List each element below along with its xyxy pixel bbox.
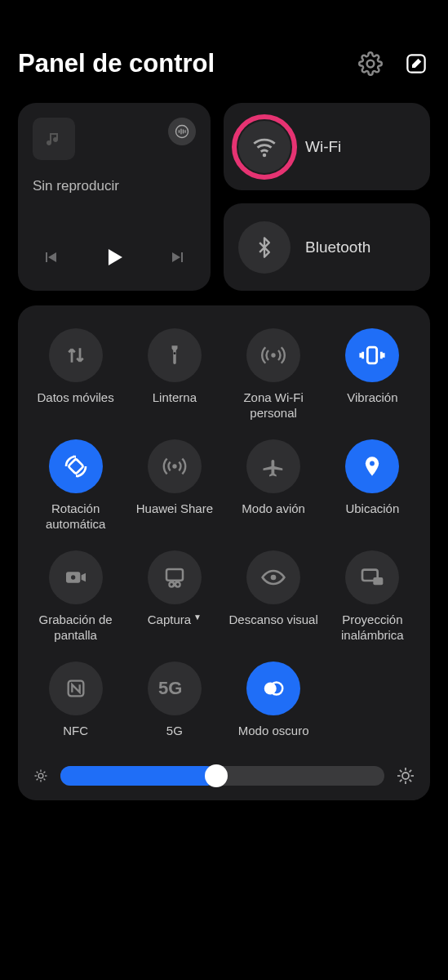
tile-screenshot[interactable]: Captura▼ — [128, 550, 220, 644]
tile-label: Huawei Share — [136, 501, 213, 532]
svg-rect-20 — [374, 577, 384, 585]
tile-label: Datos móviles — [38, 390, 114, 421]
gear-icon — [358, 51, 383, 76]
tile-label: Descanso visual — [229, 612, 318, 644]
tile-huaweishare[interactable]: Huawei Share — [128, 439, 220, 532]
tile-label: Modo avión — [242, 501, 305, 532]
connectivity-column: Wi-Fi Bluetooth — [224, 103, 430, 291]
svg-line-33 — [44, 772, 46, 773]
header-actions — [357, 50, 430, 78]
svg-rect-4 — [183, 130, 184, 134]
svg-point-12 — [370, 461, 375, 466]
bluetooth-label: Bluetooth — [305, 238, 370, 256]
fiveg-icon: 5G — [148, 662, 202, 715]
svg-point-25 — [38, 773, 43, 778]
media-status: Sin reproducir — [33, 178, 196, 194]
svg-line-42 — [410, 770, 412, 773]
screenrec-icon — [49, 550, 103, 604]
tile-label: Linterna — [153, 390, 197, 421]
tile-screenrec[interactable]: Grabación de pantalla — [29, 550, 122, 644]
svg-line-32 — [37, 779, 38, 781]
skip-previous-icon — [41, 247, 60, 267]
brightness-fill — [60, 766, 216, 786]
tile-label: NFC — [63, 724, 88, 755]
settings-button[interactable] — [357, 50, 384, 78]
edit-icon — [404, 51, 428, 76]
edit-button[interactable] — [402, 50, 430, 78]
svg-point-7 — [173, 352, 175, 354]
tile-label: Zona Wi-Fi personal — [228, 390, 320, 421]
media-top — [33, 118, 196, 160]
tile-mobile-data[interactable]: Datos móviles — [29, 328, 122, 421]
hotspot-icon — [246, 328, 300, 382]
tile-autorotate[interactable]: Rotación automática — [29, 439, 122, 532]
svg-line-40 — [410, 780, 412, 782]
tile-label: Ubicación — [345, 501, 399, 532]
brightness-high-icon — [396, 766, 415, 786]
tile-label: Grabación de pantalla — [29, 612, 122, 644]
page-title: Panel de control — [18, 49, 215, 78]
tile-location[interactable]: Ubicación — [326, 439, 419, 532]
brightness-slider[interactable] — [60, 766, 384, 786]
media-card[interactable]: Sin reproducir — [18, 103, 211, 291]
location-icon — [345, 439, 399, 493]
bluetooth-toggle[interactable]: Bluetooth — [224, 203, 430, 291]
tile-cast[interactable]: Proyección inalámbrica — [326, 550, 419, 644]
data-arrows-icon — [49, 328, 103, 382]
media-play-button[interactable] — [100, 243, 128, 271]
brightness-row — [29, 766, 419, 786]
wifi-icon-wrap — [238, 121, 291, 173]
top-row: Sin reproducir — [18, 103, 430, 291]
svg-line-39 — [400, 770, 402, 773]
tile-label: Proyección inalámbrica — [326, 612, 419, 644]
svg-rect-9 — [368, 347, 377, 363]
wifi-toggle[interactable]: Wi-Fi — [224, 103, 430, 190]
chevron-down-icon: ▼ — [193, 612, 202, 623]
svg-point-1 — [176, 126, 189, 138]
tile-vibration[interactable]: Vibración — [326, 328, 419, 421]
vibration-icon — [345, 328, 399, 382]
screenshot-icon — [148, 550, 202, 604]
svg-rect-15 — [166, 569, 183, 581]
media-output-button[interactable] — [168, 118, 196, 145]
eye-icon — [246, 550, 300, 604]
tile-flashlight[interactable]: Linterna — [128, 328, 220, 421]
tile-hotspot[interactable]: Zona Wi-Fi personal — [228, 328, 320, 421]
tile-darkmode[interactable]: Modo oscuro — [228, 662, 320, 755]
tile-label: Vibración — [347, 390, 397, 421]
media-prev-button[interactable] — [41, 247, 60, 267]
svg-rect-10 — [68, 459, 83, 474]
svg-point-34 — [402, 773, 409, 779]
share-waves-icon — [148, 439, 202, 493]
svg-rect-3 — [180, 129, 181, 135]
bluetooth-icon-wrap — [238, 221, 291, 274]
media-artwork — [33, 118, 75, 160]
svg-point-14 — [71, 575, 75, 579]
header: Panel de control — [18, 0, 430, 103]
tile-label: Rotación automática — [29, 501, 122, 532]
wifi-label: Wi-Fi — [305, 138, 341, 156]
svg-line-31 — [44, 779, 46, 781]
nfc-icon — [49, 662, 103, 715]
bluetooth-icon — [253, 236, 276, 259]
svg-rect-5 — [184, 130, 185, 132]
play-icon — [100, 243, 128, 271]
tile-nfc[interactable]: NFC — [29, 662, 122, 755]
quick-tiles-grid: Datos móvilesLinternaZona Wi-Fi personal… — [29, 328, 419, 755]
svg-point-11 — [172, 464, 176, 468]
music-note-icon — [44, 129, 64, 149]
audio-output-icon — [174, 123, 190, 140]
tile-label: Captura▼ — [148, 612, 202, 644]
svg-line-30 — [37, 772, 38, 773]
flashlight-icon — [148, 328, 202, 382]
highlight-ring — [232, 114, 297, 180]
tile-fiveg[interactable]: 5G5G — [128, 662, 220, 755]
media-next-button[interactable] — [168, 247, 188, 267]
tile-label: Modo oscuro — [238, 724, 309, 755]
svg-rect-2 — [179, 130, 180, 132]
brightness-thumb[interactable] — [205, 764, 228, 787]
skip-next-icon — [168, 247, 188, 267]
tile-eyecomfort[interactable]: Descanso visual — [228, 550, 320, 644]
cast-icon — [345, 550, 399, 604]
tile-airplane[interactable]: Modo avión — [228, 439, 320, 532]
